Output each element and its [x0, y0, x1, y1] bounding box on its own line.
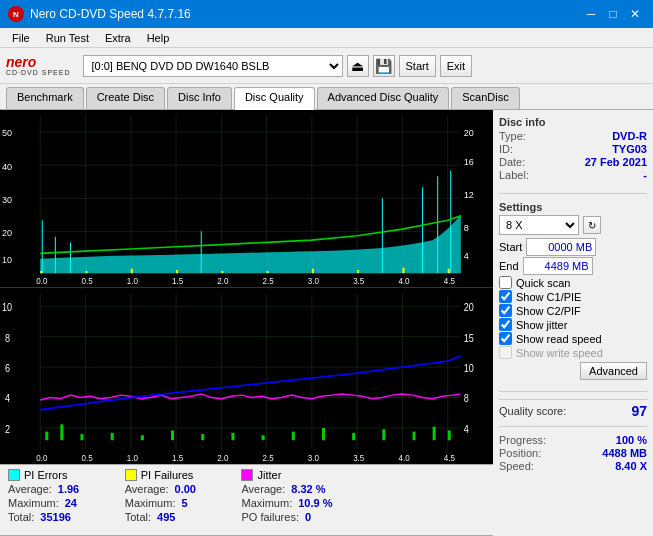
disc-info-title: Disc info	[499, 116, 647, 128]
pi-failures-total-label: Total:	[125, 511, 151, 523]
position-value: 4488 MB	[602, 447, 647, 459]
show-c2pif-checkbox[interactable]	[499, 304, 512, 317]
svg-rect-94	[141, 435, 144, 440]
svg-rect-51	[357, 270, 359, 273]
cd-dvd-speed-brand: CD·DVD SPEED	[6, 69, 71, 76]
svg-rect-103	[413, 431, 416, 440]
pi-failures-avg-value: 0.00	[175, 483, 215, 495]
svg-text:3.0: 3.0	[308, 276, 319, 286]
svg-rect-96	[201, 434, 204, 440]
app-icon: N	[8, 6, 24, 22]
progress-label: Progress:	[499, 434, 546, 446]
svg-rect-48	[221, 271, 223, 273]
svg-rect-93	[111, 432, 114, 439]
quick-scan-checkbox[interactable]	[499, 276, 512, 289]
advanced-button[interactable]: Advanced	[580, 362, 647, 380]
svg-text:3.5: 3.5	[353, 452, 364, 463]
svg-text:2.0: 2.0	[217, 452, 228, 463]
end-mb-label: End	[499, 260, 519, 272]
pi-failures-total-value: 495	[157, 511, 197, 523]
id-value: TYG03	[612, 143, 647, 155]
svg-text:4.5: 4.5	[444, 276, 455, 286]
refresh-icon[interactable]: ↻	[583, 216, 601, 234]
bottom-chart: 10 8 6 4 2 20 15 10 8 4 0.0 0.5 1.0 1.5 …	[0, 288, 493, 465]
maximize-button[interactable]: □	[603, 4, 623, 24]
start-button[interactable]: Start	[399, 55, 436, 77]
svg-text:16: 16	[464, 156, 474, 167]
jitter-legend: Jitter Average: 8.32 % Maximum: 10.9 % P…	[241, 469, 344, 523]
window-controls: ─ □ ✕	[581, 4, 645, 24]
show-read-speed-label: Show read speed	[516, 333, 602, 345]
tab-disc-quality[interactable]: Disc Quality	[234, 87, 315, 110]
quality-score-value: 97	[631, 403, 647, 419]
show-c2pif-label: Show C2/PIF	[516, 305, 581, 317]
jitter-avg-value: 8.32 %	[291, 483, 331, 495]
svg-text:6: 6	[5, 362, 10, 374]
svg-text:2.5: 2.5	[263, 276, 274, 286]
svg-rect-95	[171, 430, 174, 440]
show-read-speed-checkbox[interactable]	[499, 332, 512, 345]
po-failures-value: 0	[305, 511, 345, 523]
svg-text:8: 8	[464, 392, 469, 404]
save-icon[interactable]: 💾	[373, 55, 395, 77]
svg-rect-45	[86, 271, 88, 273]
pi-errors-max-label: Maximum:	[8, 497, 59, 509]
svg-text:20: 20	[2, 226, 12, 237]
show-read-speed-row: Show read speed	[499, 332, 647, 345]
legend-area: PI Errors Average: 1.96 Maximum: 24 Tota…	[0, 464, 493, 536]
svg-rect-98	[262, 435, 265, 440]
svg-text:2.5: 2.5	[263, 452, 274, 463]
exit-button[interactable]: Exit	[440, 55, 472, 77]
show-c2pif-row: Show C2/PIF	[499, 304, 647, 317]
tab-advanced-disc-quality[interactable]: Advanced Disc Quality	[317, 87, 450, 109]
pi-errors-legend: PI Errors Average: 1.96 Maximum: 24 Tota…	[8, 469, 105, 523]
start-mb-input[interactable]	[526, 238, 596, 256]
toolbar: nero CD·DVD SPEED [0:0] BENQ DVD DD DW16…	[0, 48, 653, 84]
tab-create-disc[interactable]: Create Disc	[86, 87, 165, 109]
pi-failures-max-label: Maximum:	[125, 497, 176, 509]
close-button[interactable]: ✕	[625, 4, 645, 24]
show-c1pie-label: Show C1/PIE	[516, 291, 581, 303]
nero-logo: nero CD·DVD SPEED	[6, 55, 71, 76]
pi-errors-max-value: 24	[65, 497, 105, 509]
top-chart: 50 40 30 20 10 20 16 12 8 4 0.0 0.5 1.0 …	[0, 110, 493, 288]
minimize-button[interactable]: ─	[581, 4, 601, 24]
end-mb-input[interactable]	[523, 257, 593, 275]
show-write-speed-checkbox[interactable]	[499, 346, 512, 359]
svg-text:3.5: 3.5	[353, 276, 364, 286]
tab-benchmark[interactable]: Benchmark	[6, 87, 84, 109]
tab-disc-info[interactable]: Disc Info	[167, 87, 232, 109]
svg-text:10: 10	[2, 301, 12, 313]
pi-failures-legend: PI Failures Average: 0.00 Maximum: 5 Tot…	[125, 469, 222, 523]
menu-extra[interactable]: Extra	[97, 31, 139, 45]
svg-rect-105	[448, 430, 451, 440]
drive-selector[interactable]: [0:0] BENQ DVD DD DW1640 BSLB	[83, 55, 343, 77]
tab-scan-disc[interactable]: ScanDisc	[451, 87, 519, 109]
eject-icon[interactable]: ⏏	[347, 55, 369, 77]
show-c1pie-checkbox[interactable]	[499, 290, 512, 303]
show-jitter-checkbox[interactable]	[499, 318, 512, 331]
menu-run-test[interactable]: Run Test	[38, 31, 97, 45]
disc-info-section: Disc info Type: DVD-R ID: TYG03 Date: 27…	[499, 116, 647, 182]
jitter-title: Jitter	[257, 469, 281, 481]
type-value: DVD-R	[612, 130, 647, 142]
svg-text:30: 30	[2, 193, 12, 204]
svg-text:3.0: 3.0	[308, 452, 319, 463]
svg-rect-44	[40, 271, 42, 273]
svg-text:0.5: 0.5	[81, 452, 92, 463]
svg-rect-47	[176, 270, 178, 273]
svg-text:4: 4	[5, 392, 10, 404]
svg-rect-53	[448, 269, 450, 273]
chart-section: 50 40 30 20 10 20 16 12 8 4 0.0 0.5 1.0 …	[0, 110, 493, 536]
menu-help[interactable]: Help	[139, 31, 178, 45]
svg-rect-90	[45, 431, 48, 440]
svg-text:40: 40	[2, 160, 12, 171]
svg-rect-91	[60, 424, 63, 440]
position-label: Position:	[499, 447, 541, 459]
speed-selector[interactable]: 8 X	[499, 215, 579, 235]
svg-text:4.5: 4.5	[444, 452, 455, 463]
menu-bar: File Run Test Extra Help	[0, 28, 653, 48]
menu-file[interactable]: File	[4, 31, 38, 45]
svg-text:4.0: 4.0	[398, 276, 409, 286]
svg-rect-54	[0, 288, 493, 465]
